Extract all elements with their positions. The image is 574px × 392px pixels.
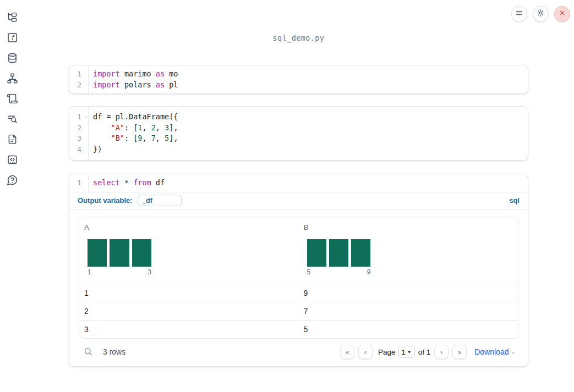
output-variable-input[interactable] [138,195,182,206]
svg-text:f: f [11,34,15,41]
file-text-icon [7,134,18,147]
histogram-max-label: 3 [147,268,151,276]
histogram-bar [329,239,348,267]
code-snippet-icon [7,154,18,168]
search-button[interactable] [83,346,94,357]
histogram-bar [132,239,151,267]
sidebar-item-file-explorer[interactable] [6,12,18,24]
table-body: 192735 [79,284,518,338]
histogram-labels: 1 3 [88,268,151,276]
chevron-left-icon: ‹ [364,348,367,356]
chevron-down-icon: ⌄ [511,349,515,355]
scroll-icon [7,93,18,107]
line-number: 2 [69,123,88,134]
page-of-label: of 1 [418,348,431,356]
line-number: 3 [69,133,88,144]
page-select-value: 1 [402,348,406,356]
table-row[interactable]: 27 [79,302,518,320]
pagination: « ‹ Page 1 ▼ of 1 › » Download ⌄ [336,345,518,359]
line-number: 1⌄ [69,112,88,123]
code-line: "B": [9, 7, 5], [93,133,528,144]
histogram-bar [88,239,107,267]
sql-cell-footer: Output variable: sql [69,192,528,209]
code-line: df = pl.DataFrame({ [93,112,528,123]
sidebar-item-snippets[interactable] [6,154,18,167]
code-lines[interactable]: import marimo as moimport polars as pl [89,65,528,93]
dataframe-table: A 1 3 B 5 9 [79,217,518,339]
close-icon [558,9,566,19]
notebook-filename: sql_demo.py [69,34,528,42]
line-number: 4 [69,144,88,155]
code-line: import marimo as mo [93,69,528,80]
column-histogram [88,239,151,267]
column-header-b[interactable]: B 5 9 [299,217,518,284]
histogram-min-label: 1 [88,268,91,276]
table-row[interactable]: 35 [79,320,518,338]
notebook: sql_demo.py 12 import marimo as moimport… [69,0,528,392]
code-line: select * from df [93,178,528,189]
gutter: 1 [69,174,89,192]
histogram-bar [351,239,370,267]
last-page-button[interactable]: » [452,345,467,359]
search-icon [83,349,94,358]
code-cell-dataframe: 1⌄234 df = pl.DataFrame({ "A": [1, 2, 3]… [69,106,528,161]
sidebar-item-documentation[interactable] [6,134,18,146]
sidebar: f [0,0,24,392]
page-label: Page [378,348,396,356]
table-cell: 9 [299,289,518,297]
download-button[interactable]: Download ⌄ [474,347,515,356]
chevrons-right-icon: » [457,348,462,356]
file-explorer-icon [7,12,18,25]
gear-icon [537,9,545,19]
dependency-graph-icon [7,73,18,86]
download-label: Download [474,347,509,356]
line-number: 1 [69,69,88,80]
table-cell: 1 [79,289,299,297]
column-name: A [84,223,294,231]
table-cell: 2 [79,307,299,316]
previous-page-button[interactable]: ‹ [358,345,373,359]
line-number: 2 [69,80,88,91]
table-cell: 7 [299,307,518,316]
chevron-right-icon: › [440,348,443,356]
language-badge[interactable]: sql [509,196,520,205]
cell-output: A 1 3 B 5 9 [69,209,528,366]
chevrons-left-icon: « [345,348,349,356]
sidebar-item-search-logs[interactable] [6,114,18,126]
column-name: B [304,223,513,231]
code-lines[interactable]: select * from df [89,174,528,192]
shutdown-button[interactable] [554,6,570,22]
column-histogram [307,239,371,267]
sidebar-item-help[interactable] [6,175,18,187]
histogram-labels: 5 9 [307,268,371,276]
histogram-bar [307,239,326,267]
code-line: }) [93,144,528,155]
sidebar-item-dependencies[interactable] [6,73,18,85]
table-cell: 5 [299,325,518,334]
next-page-button[interactable]: › [434,345,449,359]
code-lines[interactable]: df = pl.DataFrame({ "A": [1, 2, 3], "B":… [89,107,528,160]
table-row[interactable]: 19 [79,284,518,302]
first-page-button[interactable]: « [340,345,354,359]
output-variable-label: Output variable: [78,196,133,205]
gutter: 12 [69,65,89,93]
code-line: import polars as pl [93,80,528,91]
sql-cell: 1 select * from df Output variable: sql … [69,174,528,367]
page-select[interactable]: 1 ▼ [398,346,415,358]
line-number: 1 [69,178,88,189]
settings-button[interactable] [533,6,549,22]
column-header-a[interactable]: A 1 3 [79,217,299,284]
table-cell: 3 [79,325,299,334]
database-icon [7,52,18,66]
sidebar-item-logs[interactable] [6,93,18,106]
histogram-bar [110,239,129,267]
list-search-icon [7,113,18,127]
gutter: 1⌄234 [69,107,89,160]
row-count: 3 rows [103,347,125,356]
code-line: "A": [1, 2, 3], [93,123,528,134]
chevron-down-icon: ▼ [407,350,412,355]
sidebar-item-data-sources[interactable] [6,53,18,65]
table-header: A 1 3 B 5 9 [79,217,518,284]
fold-chevron-icon[interactable]: ⌄ [85,111,88,122]
sidebar-item-variables[interactable]: f [6,32,18,45]
